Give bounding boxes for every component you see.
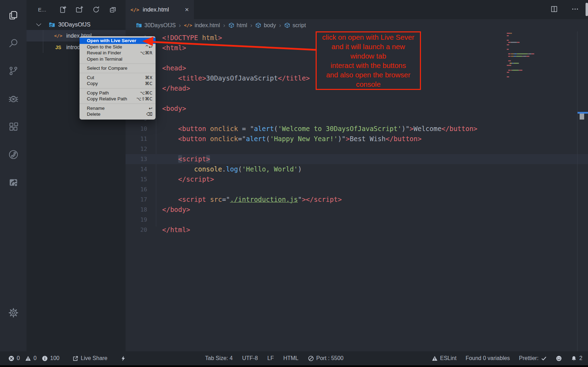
status-smiley[interactable] (556, 355, 562, 361)
code-line-12[interactable]: 12 (126, 144, 588, 154)
code-line-9[interactable]: 9 (126, 114, 588, 124)
code-text: </body> (162, 205, 190, 215)
status-label: Port : 5500 (316, 355, 344, 361)
source-control-icon[interactable] (0, 61, 27, 81)
minimap-line (507, 76, 509, 77)
minimap-line (523, 56, 526, 57)
live-share-icon[interactable] (0, 144, 27, 165)
breadcrumb-separator: › (223, 22, 225, 29)
status-lf[interactable]: LF (267, 355, 274, 361)
menu-item-shortcut: ⌥⇧⌘C (136, 96, 152, 101)
status-prettier[interactable]: Prettier: (519, 355, 547, 361)
status-100[interactable]: 100 (42, 355, 60, 361)
menu-item-shortcut: ^↩ (145, 44, 152, 49)
extensions-icon[interactable] (0, 116, 27, 137)
status-utf-8[interactable]: UTF-8 (242, 355, 258, 361)
minimap-line (516, 56, 522, 57)
breadcrumb-item-index-html[interactable]: </>index.html (184, 22, 220, 29)
breadcrumb-item-script[interactable]: script (284, 22, 306, 29)
search-icon[interactable] (0, 33, 27, 53)
breadcrumb-item-html[interactable]: html (228, 22, 247, 29)
menu-item-open-to-the-side[interactable]: Open to the Side^↩ (80, 44, 156, 50)
run-debug-icon[interactable] (0, 89, 27, 109)
menu-item-copy-path[interactable]: Copy Path⌥⌘C (80, 90, 156, 96)
code-line-20[interactable]: 20</html> (126, 225, 588, 235)
code-text: </html> (162, 225, 190, 235)
collapse-folders-icon[interactable] (109, 6, 116, 13)
menu-separator (80, 104, 156, 104)
breadcrumb-label: 30DaysOfJS (144, 22, 176, 29)
minimap-line (508, 70, 511, 71)
menu-item-copy[interactable]: Copy⌘C (80, 81, 156, 87)
menu-item-open-in-terminal[interactable]: Open in Terminal (80, 56, 156, 62)
status-0[interactable]: 0 (8, 355, 20, 361)
code-line-7[interactable]: 7 (126, 93, 588, 104)
annotation-text-line: interact with the buttons (317, 61, 420, 70)
status-found-0-variables[interactable]: Found 0 variables (466, 355, 510, 361)
menu-item-cut[interactable]: Cut⌘X (80, 75, 156, 81)
minimap-line (526, 56, 529, 57)
code-line-17[interactable]: 17 <script src="./introduction.js"></scr… (126, 194, 588, 205)
scrollbar-thumb[interactable] (580, 114, 584, 120)
code-text: <html> (162, 43, 186, 53)
annotation-text-line: click on open with Live Sever (317, 32, 420, 42)
minimap-line (507, 35, 509, 36)
line-number: 19 (126, 215, 147, 225)
menu-item-copy-relative-path[interactable]: Copy Relative Path⌥⇧⌘C (80, 96, 156, 102)
status-port-5500[interactable]: Port : 5500 (308, 355, 344, 361)
status-0[interactable]: 0 (25, 355, 37, 361)
tab-index-html[interactable]: </> index.html ✕ (126, 0, 194, 19)
menu-item-label: Cut (87, 75, 141, 80)
folder-row-30daysofjs[interactable]: 30DaysOfJS (27, 19, 126, 30)
status-tab-size-4[interactable]: Tab Size: 4 (205, 355, 233, 361)
minimap-line (512, 33, 512, 34)
status-eslint[interactable]: ESLint (432, 355, 457, 361)
breadcrumb-item-30daysofjs[interactable]: 30DaysOfJS (136, 22, 176, 29)
code-line-14[interactable]: 14 console.log('Hello, World') (126, 164, 588, 174)
status-live-share[interactable]: Live Share (73, 355, 108, 361)
code-text: <body> (162, 104, 186, 114)
breadcrumb-separator: › (179, 22, 181, 29)
breadcrumb: 30DaysOfJS›</>index.html›html›body›scrip… (126, 19, 588, 31)
error-circle-icon (8, 355, 14, 361)
status-label: ESLint (440, 355, 457, 361)
more-actions-icon[interactable] (571, 5, 579, 14)
explorer-title: E... (38, 7, 46, 13)
menu-item-label: Open in Terminal (87, 56, 152, 62)
menu-item-open-with-live-server[interactable]: Open with Live Server (80, 38, 156, 44)
status-lightning[interactable] (120, 355, 126, 361)
line-number: 16 (126, 184, 147, 194)
menu-item-reveal-in-finder[interactable]: Reveal in Finder⌥⌘R (80, 50, 156, 56)
tab-title: index.html (143, 6, 169, 13)
minimap-line (507, 65, 511, 66)
lightning-icon (120, 355, 126, 361)
tab-close-icon[interactable]: ✕ (184, 7, 189, 13)
code-line-19[interactable]: 19 (126, 215, 588, 225)
code-line-8[interactable]: 8<body> (126, 104, 588, 114)
explorer-icon[interactable] (0, 5, 27, 25)
code-line-11[interactable]: 11 <button onclick="alert('Happy New Yea… (126, 134, 588, 144)
menu-item-select-for-compare[interactable]: Select for Compare (80, 65, 156, 71)
minimap-line (508, 56, 511, 57)
status-2[interactable]: 2 (571, 355, 582, 361)
status-html[interactable]: HTML (283, 355, 299, 361)
folder-name: 30DaysOfJS (58, 21, 91, 28)
breadcrumb-item-body[interactable]: body (255, 22, 276, 29)
code-line-18[interactable]: 18</body> (126, 205, 588, 215)
new-file-icon[interactable] (59, 6, 66, 13)
share-icon[interactable] (0, 172, 27, 192)
code-line-15[interactable]: 15 </script> (126, 174, 588, 184)
minimap-line (511, 53, 513, 54)
tab-bar: </> index.html ✕ (126, 0, 588, 19)
code-line-10[interactable]: 10 <button onclick = "alert('Welcome to … (126, 124, 588, 134)
menu-item-rename[interactable]: Rename↩ (80, 105, 156, 112)
code-line-16[interactable]: 16 (126, 184, 588, 194)
settings-gear-icon[interactable] (0, 303, 27, 323)
warning-triangle-icon (432, 355, 438, 361)
menu-item-delete[interactable]: Delete⌫ (80, 111, 156, 117)
code-line-13[interactable]: 13 <script> (126, 154, 588, 164)
minimap[interactable] (507, 33, 539, 86)
new-folder-icon[interactable] (76, 6, 83, 13)
split-editor-icon[interactable] (550, 5, 558, 14)
refresh-explorer-icon[interactable] (92, 6, 100, 13)
